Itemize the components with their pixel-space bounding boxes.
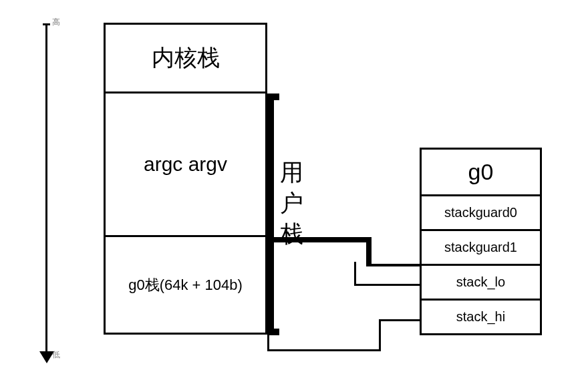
connector-mid-v bbox=[366, 237, 372, 266]
user-stack-char-1: 用 bbox=[278, 157, 305, 188]
connector-lo-h bbox=[354, 284, 421, 286]
arrow-bottom-label: 低 bbox=[52, 349, 60, 361]
user-stack-char-3: 栈 bbox=[278, 218, 305, 249]
user-stack-char-2: 户 bbox=[278, 188, 305, 218]
g0-stack-hi: stack_hi bbox=[422, 301, 540, 335]
g0-stack-cell: g0栈(64k + 104b) bbox=[106, 237, 265, 335]
user-stack-bracket-v bbox=[267, 93, 274, 335]
memory-layout-diagram: 高 低 内核栈 argc argv g0栈(64k + 104b) 用 户 栈 … bbox=[0, 0, 588, 376]
connector-hi-h bbox=[267, 349, 381, 351]
connector-mid-h bbox=[297, 237, 370, 242]
kernel-stack-cell: 内核栈 bbox=[106, 25, 265, 93]
connector-hi-v2 bbox=[379, 319, 381, 351]
argc-argv-cell: argc argv bbox=[106, 93, 265, 237]
g0-title: g0 bbox=[422, 150, 540, 196]
stack-column: 内核栈 argc argv g0栈(64k + 104b) bbox=[104, 23, 267, 335]
g0-struct: g0 stackguard0 stackguard1 stack_lo stac… bbox=[420, 148, 542, 335]
g0-stack-lo: stack_lo bbox=[422, 266, 540, 301]
g0-stackguard0: stackguard0 bbox=[422, 196, 540, 231]
connector-hi-h2 bbox=[379, 319, 421, 321]
connector-lo-v bbox=[354, 262, 356, 286]
g0-stackguard1: stackguard1 bbox=[422, 231, 540, 266]
user-stack-label: 用 户 栈 bbox=[278, 157, 305, 249]
arrow-top-label: 高 bbox=[52, 17, 60, 28]
connector-stackguard bbox=[366, 264, 421, 266]
user-stack-bracket-top bbox=[267, 93, 279, 100]
arrow-shaft bbox=[45, 23, 47, 357]
